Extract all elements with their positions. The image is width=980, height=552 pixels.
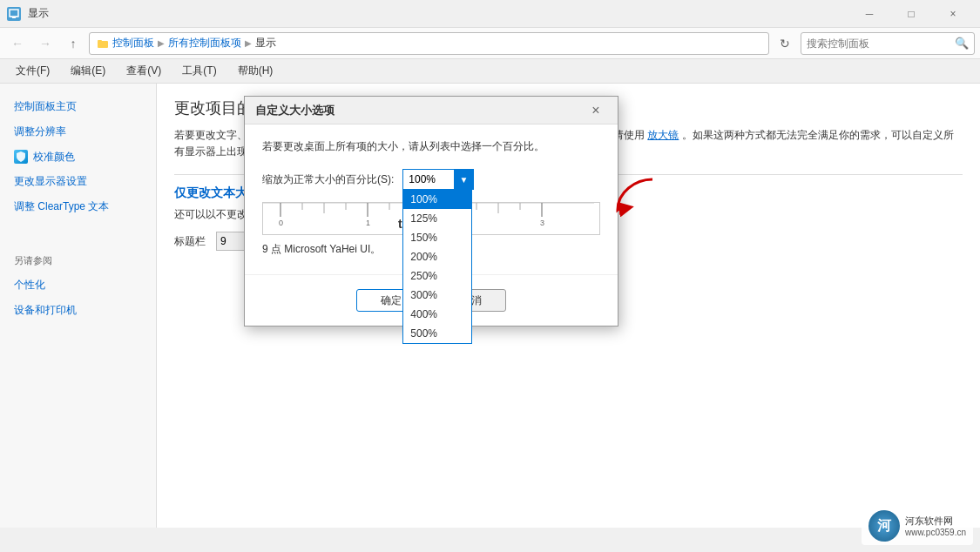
sidebar-item-color[interactable]: 校准颜色	[0, 145, 156, 170]
menu-help[interactable]: 帮助(H)	[229, 60, 282, 82]
refresh-button[interactable]: ↻	[773, 31, 797, 56]
scale-label: 缩放为正常大小的百分比(S):	[262, 172, 394, 187]
window-controls: ─ □ ×	[849, 0, 973, 28]
dropdown-trigger[interactable]: 100% ▼	[402, 169, 474, 190]
breadcrumb-sep-1: ▶	[158, 38, 165, 48]
watermark: 河 河东软件网 www.pc0359.cn	[862, 507, 973, 545]
svg-rect-3	[98, 41, 108, 48]
svg-text:0: 0	[279, 219, 283, 227]
sidebar: 控制面板主页 调整分辨率 校准颜色 更改显示器设置 调整 ClearType 文…	[0, 84, 157, 528]
custom-size-dialog: 自定义大小选项 × 若要更改桌面上所有项的大小，请从列表中选择一个百分比。 缩放…	[244, 96, 618, 326]
watermark-info: 河东软件网 www.pc0359.cn	[905, 515, 966, 537]
sidebar-item-display-settings[interactable]: 更改显示器设置	[0, 169, 156, 194]
also-see-header: 另请参阅	[0, 254, 156, 273]
maximize-button[interactable]: □	[891, 0, 931, 28]
menu-tools[interactable]: 工具(T)	[173, 60, 225, 82]
dialog-close-button[interactable]: ×	[585, 99, 607, 122]
option-400[interactable]: 400%	[403, 305, 471, 324]
option-200[interactable]: 200%	[403, 247, 471, 266]
dropdown-value: 100%	[403, 173, 452, 185]
option-150[interactable]: 150%	[403, 228, 471, 247]
dialog-titlebar: 自定义大小选项 ×	[245, 97, 618, 125]
menu-view[interactable]: 查看(V)	[118, 60, 170, 82]
svg-rect-2	[12, 17, 16, 18]
scale-row: 缩放为正常大小的百分比(S): 100% ▼ 100% 125% 150% 20…	[262, 169, 600, 190]
up-button[interactable]: ↑	[61, 31, 85, 56]
dropdown-list: 100% 125% 150% 200% 250% 300% 400% 500%	[402, 190, 472, 344]
title-bar: 显示 ─ □ ×	[0, 0, 980, 28]
option-250[interactable]: 250%	[403, 266, 471, 286]
minimize-button[interactable]: ─	[849, 0, 889, 28]
svg-text:3: 3	[540, 219, 544, 227]
dialog-title: 自定义大小选项	[255, 103, 585, 118]
breadcrumb-item-1[interactable]: 控制面板	[112, 36, 154, 50]
address-bar: ← → ↑ 控制面板 ▶ 所有控制面板项 ▶ 显示 ↻ 🔍	[0, 28, 980, 59]
folder-icon	[97, 37, 109, 50]
sidebar-item-devices[interactable]: 设备和打印机	[0, 298, 156, 323]
breadcrumb-item-2[interactable]: 所有控制面板项	[168, 36, 241, 50]
window-title: 显示	[28, 6, 849, 21]
option-100[interactable]: 100%	[403, 190, 471, 209]
svg-rect-1	[10, 17, 17, 17]
watermark-site-name: 河东软件网	[905, 515, 966, 528]
titlebar-label: 标题栏	[174, 234, 206, 249]
sidebar-item-cleartype[interactable]: 调整 ClearType 文本	[0, 194, 156, 219]
option-125[interactable]: 125%	[403, 209, 471, 228]
close-button[interactable]: ×	[933, 0, 973, 28]
scale-dropdown-container: 100% ▼ 100% 125% 150% 200% 250% 300% 400…	[402, 169, 474, 190]
menu-file[interactable]: 文件(F)	[7, 60, 58, 82]
option-500[interactable]: 500%	[403, 324, 471, 343]
breadcrumb-sep-2: ▶	[245, 38, 252, 48]
search-input[interactable]	[807, 37, 951, 50]
sidebar-item-personalize[interactable]: 个性化	[0, 273, 156, 298]
dropdown-arrow-icon[interactable]: ▼	[454, 170, 473, 189]
sidebar-item-resolution[interactable]: 调整分辨率	[0, 119, 156, 145]
watermark-url: www.pc0359.cn	[905, 528, 966, 537]
dialog-body: 若要更改桌面上所有项的大小，请从列表中选择一个百分比。 缩放为正常大小的百分比(…	[245, 125, 618, 271]
breadcrumb-item-3: 显示	[255, 36, 276, 50]
magnifier-link[interactable]: 放大镜	[647, 129, 679, 141]
window-icon	[7, 7, 21, 21]
sidebar-item-home[interactable]: 控制面板主页	[0, 94, 156, 119]
menu-bar: 文件(F) 编辑(E) 查看(V) 工具(T) 帮助(H)	[0, 59, 980, 84]
breadcrumb: 控制面板 ▶ 所有控制面板项 ▶ 显示	[89, 32, 769, 55]
search-bar: 🔍	[801, 32, 975, 55]
svg-text:1: 1	[366, 219, 370, 227]
svg-rect-4	[98, 40, 102, 42]
watermark-logo: 河	[868, 510, 900, 542]
menu-edit[interactable]: 编辑(E)	[62, 60, 114, 82]
option-300[interactable]: 300%	[403, 286, 471, 305]
dialog-description: 若要更改桌面上所有项的大小，请从列表中选择一个百分比。	[262, 138, 600, 155]
search-icon: 🔍	[955, 37, 969, 50]
forward-button[interactable]: →	[33, 31, 57, 56]
back-button[interactable]: ←	[5, 31, 30, 56]
svg-rect-0	[10, 10, 18, 17]
shield-icon	[14, 150, 28, 164]
sidebar-item-color-label: 校准颜色	[33, 150, 75, 165]
